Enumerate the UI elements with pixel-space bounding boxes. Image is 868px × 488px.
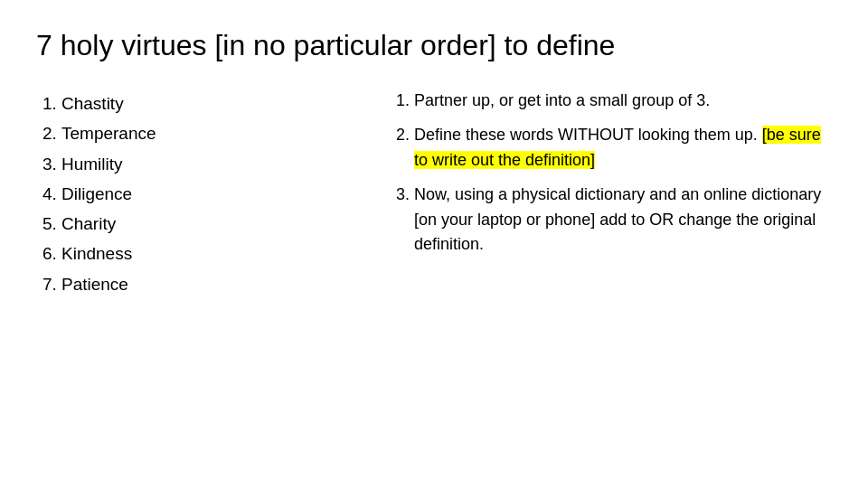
instruction-item: Now, using a physical dictionary and an … bbox=[414, 183, 832, 258]
virtue-item: Kindness bbox=[61, 239, 353, 268]
virtues-list: ChastityTemperanceHumilityDiligenceChari… bbox=[36, 89, 353, 299]
instruction-item: Partner up, or get into a small group of… bbox=[414, 89, 832, 114]
content-area: ChastityTemperanceHumilityDiligenceChari… bbox=[36, 89, 832, 299]
virtue-item: Chastity bbox=[61, 89, 353, 118]
page-title: 7 holy virtues [in no particular order] … bbox=[36, 27, 832, 63]
right-column: Partner up, or get into a small group of… bbox=[389, 89, 832, 267]
virtue-item: Humility bbox=[61, 149, 353, 179]
highlighted-text: [be sure to write out the definition] bbox=[414, 126, 821, 169]
virtue-item: Charity bbox=[61, 209, 353, 239]
virtue-item: Temperance bbox=[61, 118, 353, 148]
virtue-item: Patience bbox=[61, 269, 353, 299]
left-column: ChastityTemperanceHumilityDiligenceChari… bbox=[36, 89, 353, 299]
instructions-list: Partner up, or get into a small group of… bbox=[389, 89, 832, 258]
virtue-item: Diligence bbox=[61, 179, 353, 209]
instruction-item: Define these words WITHOUT looking them … bbox=[414, 123, 832, 174]
